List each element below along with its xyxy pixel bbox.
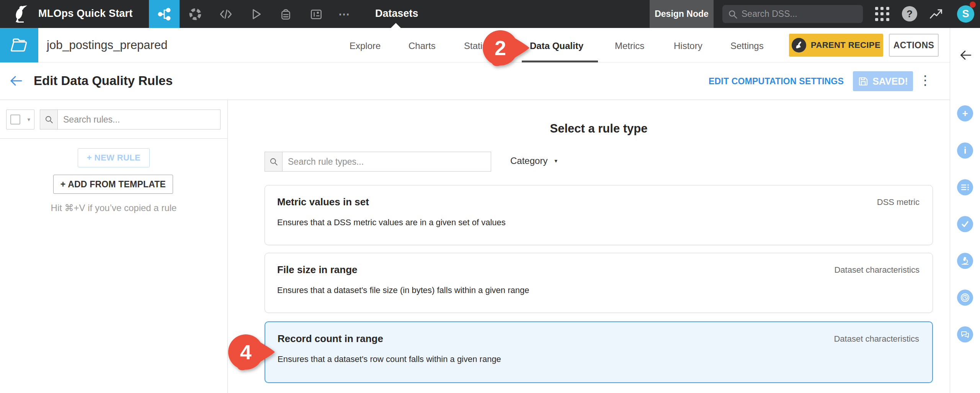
tab-metrics[interactable]: Metrics	[615, 41, 644, 51]
actions-button[interactable]: ACTIONS	[889, 34, 939, 57]
dataset-icon	[0, 28, 38, 62]
search-icon	[728, 9, 738, 19]
top-navbar: MLOps Quick Start	[0, 0, 980, 28]
right-sidebar: + i	[950, 28, 980, 393]
tab-history[interactable]: History	[674, 41, 702, 51]
flow-icon[interactable]	[149, 0, 180, 28]
svg-text:4: 4	[240, 341, 252, 364]
back-arrow-icon[interactable]	[8, 73, 24, 88]
new-rule-button[interactable]: + NEW RULE	[78, 148, 150, 167]
save-icon	[858, 76, 869, 87]
collapse-panel-arrow-icon[interactable]	[957, 47, 973, 63]
project-name[interactable]: MLOps Quick Start	[38, 8, 132, 20]
chevron-down-icon: ▾	[554, 157, 557, 164]
rule-type-picker: Select a rule type Category ▾ Metric val…	[228, 100, 950, 393]
rule-card-metric-values-in-set[interactable]: Metric values in set DSS metric Ensures …	[265, 185, 933, 245]
rule-card-record-count-in-range[interactable]: Record count in range Dataset characteri…	[265, 321, 933, 383]
rules-toolbar: ▾	[0, 100, 227, 139]
parent-recipe-button[interactable]: PARENT RECIPE	[789, 34, 883, 57]
stack-icon[interactable]	[270, 0, 301, 28]
avatar[interactable]: S	[957, 5, 974, 23]
rules-search[interactable]	[40, 110, 220, 129]
rules-search-input[interactable]	[58, 110, 220, 129]
history-clock-icon[interactable]	[957, 290, 973, 306]
saved-button[interactable]: SAVED!	[853, 71, 913, 91]
rules-list-panel: ▾ + NEW RULE + ADD FROM TEMPLATE Hit ⌘+V…	[0, 100, 228, 393]
select-all-checkbox[interactable]: ▾	[6, 110, 34, 129]
lab-microscope-icon[interactable]	[957, 253, 973, 269]
page-title: Edit Data Quality Rules	[34, 74, 173, 88]
more-menu-icon[interactable]: ⋯	[331, 0, 358, 28]
tab-settings[interactable]: Settings	[730, 41, 764, 51]
tab-data-quality[interactable]: Data Quality	[530, 41, 583, 51]
category-dropdown[interactable]: Category ▾	[510, 156, 557, 166]
section-label[interactable]: Datasets	[375, 8, 418, 20]
rule-card-file-size-in-range[interactable]: File size in range Dataset characteristi…	[265, 253, 933, 313]
kebab-menu-icon[interactable]: ⋮	[919, 72, 930, 88]
notification-dot	[970, 2, 976, 8]
picker-title: Select a rule type	[265, 122, 933, 136]
trending-up-icon[interactable]	[929, 7, 943, 21]
chevron-down-icon[interactable]: ▾	[27, 116, 30, 123]
design-node-badge: Design Node	[650, 0, 714, 28]
dss-search-input[interactable]	[742, 9, 856, 19]
search-icon	[40, 110, 58, 129]
discussions-icon[interactable]	[957, 326, 973, 342]
dataset-title: job_postings_prepared	[47, 38, 167, 52]
jobs-play-icon[interactable]	[240, 0, 271, 28]
rule-type-search[interactable]	[265, 152, 491, 172]
dss-screen: MLOps Quick Start	[0, 0, 980, 393]
dashboard-icon[interactable]	[301, 0, 332, 28]
help-icon[interactable]: ?	[902, 6, 917, 21]
data-quality-check-icon[interactable]	[957, 216, 973, 232]
add-from-template-button[interactable]: + ADD FROM TEMPLATE	[53, 175, 173, 194]
nav-notch	[391, 23, 401, 28]
paste-hint: Hit ⌘+V if you’ve copied a rule	[0, 203, 227, 213]
add-icon[interactable]: +	[957, 105, 973, 121]
lab-wheel-icon[interactable]	[180, 0, 211, 28]
rule-type-search-input[interactable]	[283, 152, 491, 171]
annotation-marker-2: 2	[481, 29, 532, 71]
checkbox[interactable]	[10, 115, 20, 124]
info-icon[interactable]: i	[957, 142, 973, 159]
rules-header: Edit Data Quality Rules EDIT COMPUTATION…	[0, 62, 950, 100]
annotation-marker-4: 4	[227, 333, 277, 375]
tab-charts[interactable]: Charts	[408, 41, 436, 51]
tab-explore[interactable]: Explore	[350, 41, 381, 51]
search-icon	[265, 152, 283, 171]
edit-computation-settings-link[interactable]: EDIT COMPUTATION SETTINGS	[709, 76, 844, 87]
dataiku-logo-icon[interactable]	[10, 5, 29, 24]
dss-search[interactable]	[722, 5, 863, 23]
code-notebooks-icon[interactable]	[211, 0, 241, 28]
svg-text:2: 2	[495, 36, 506, 59]
apps-grid-icon[interactable]	[875, 7, 889, 21]
prepare-recipe-icon	[792, 38, 806, 52]
schema-icon[interactable]	[957, 179, 973, 195]
